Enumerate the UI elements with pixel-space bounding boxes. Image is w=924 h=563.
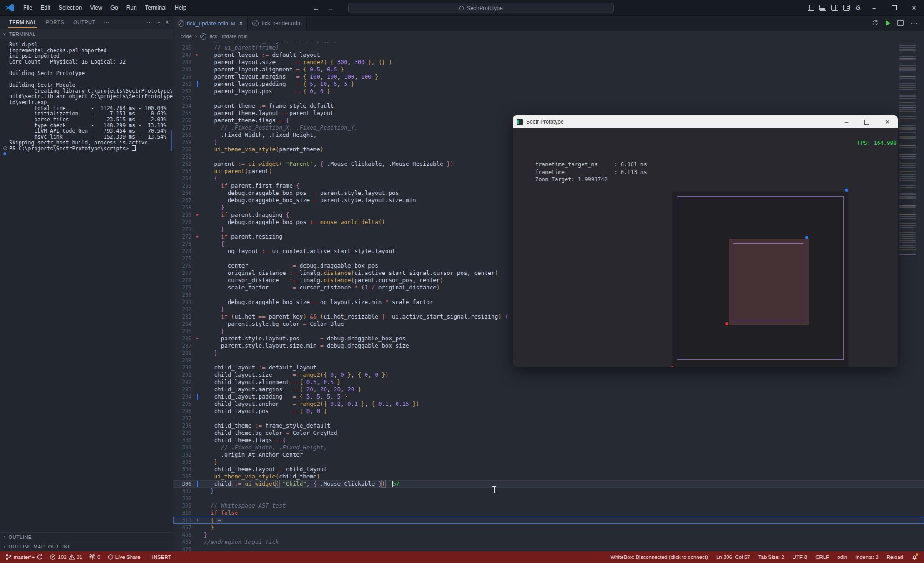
code-line-309[interactable]: 309 // Whitespace AST test bbox=[173, 502, 924, 509]
forward-icon[interactable]: → bbox=[327, 4, 334, 12]
panel-maximize-icon[interactable]: › bbox=[155, 21, 162, 23]
modified-gutter-marker bbox=[197, 394, 198, 400]
code-line-300[interactable]: 300 child_theme.flags = { bbox=[173, 437, 924, 444]
sectr-content[interactable]: FPS: 164.998 frametime_target_ms : 6.061… bbox=[513, 128, 898, 367]
code-line-299[interactable]: 299 child_theme.bg_color = Color_GreyRed bbox=[173, 429, 924, 437]
menu-help[interactable]: Help bbox=[171, 0, 191, 15]
code-line-469[interactable]: 469//endregion Imgui Tick bbox=[173, 538, 924, 546]
code-line-302[interactable]: 302 .Origin_At_Anchor_Center bbox=[173, 451, 924, 458]
toggle-sidebar-icon[interactable] bbox=[805, 0, 817, 15]
panel-close-icon[interactable]: ✕ bbox=[165, 20, 169, 25]
editor-more-icon[interactable]: ⋯ bbox=[910, 19, 918, 28]
panel-tabs-more-icon[interactable]: ⋯ bbox=[101, 19, 112, 26]
code-line-306[interactable]: 306 child := ui_widget( "Child", { .Mous… bbox=[173, 480, 924, 488]
sectr-minimize-button[interactable]: – bbox=[836, 115, 857, 128]
run-task-icon[interactable] bbox=[872, 20, 879, 27]
menu-view[interactable]: View bbox=[86, 0, 106, 15]
language-indicator[interactable]: odin bbox=[837, 554, 847, 560]
code-line-307[interactable]: 307 } bbox=[173, 488, 924, 495]
git-branch-item[interactable]: master*+ bbox=[5, 554, 43, 560]
code-line-301[interactable]: 301 // .Fixed_Width, .Fixed_Height, bbox=[173, 444, 924, 451]
sectr-close-button[interactable]: ✕ bbox=[877, 115, 898, 128]
live-share-item[interactable]: Live Share bbox=[107, 554, 141, 560]
menu-run[interactable]: Run bbox=[122, 0, 141, 15]
code-line-296[interactable]: 296 child_layout.pos = { 0, 0 } bbox=[173, 408, 924, 415]
code-line-293[interactable]: 293 child_layout.margins = { 20, 20, 20,… bbox=[173, 386, 924, 393]
menu-go[interactable]: Go bbox=[106, 0, 122, 15]
sectr-titlebar[interactable]: Sectr Prototype – ✕ bbox=[513, 115, 898, 128]
menu-selection[interactable]: Selection bbox=[55, 0, 86, 15]
customize-layout-icon[interactable] bbox=[840, 0, 852, 15]
tab-close-icon[interactable]: ✕ bbox=[239, 20, 243, 26]
code-line-254[interactable]: 254 parent_theme := frame_style_default bbox=[173, 102, 924, 110]
window-close-button[interactable]: ✕ bbox=[904, 0, 924, 15]
toggle-secondary-sidebar-icon[interactable] bbox=[829, 0, 840, 15]
code-line-294[interactable]: 294 child_layout.padding = { 5, 5, 5, 5 … bbox=[173, 393, 924, 400]
code-line-467[interactable]: 467 } bbox=[173, 524, 924, 531]
whitebox-status[interactable]: WhiteBox: Disconnected (click to connect… bbox=[610, 554, 708, 560]
ports-item[interactable]: 0 bbox=[89, 554, 100, 560]
code-line-251[interactable]: 251 parent_layout.padding = { 5, 10, 5, … bbox=[173, 80, 924, 88]
split-editor-icon[interactable] bbox=[897, 20, 904, 26]
notifications-bell[interactable] bbox=[911, 554, 918, 560]
code-line-468[interactable]: 468} bbox=[173, 531, 924, 538]
problems-item[interactable]: 102 31 bbox=[50, 554, 82, 560]
terminal-output[interactable]: Build.ps1incremental_checks.ps1 imported… bbox=[0, 39, 173, 157]
code-line-248[interactable]: 248 parent_layout.size = range2( { 300, … bbox=[173, 59, 924, 66]
menu-file[interactable]: File bbox=[19, 0, 36, 15]
terminal-section-header[interactable]: › TERMINAL bbox=[0, 29, 173, 39]
code-line-253[interactable]: 253 bbox=[173, 95, 924, 102]
code-line-291[interactable]: 291 child_layout.size = range2({ 0, 0 },… bbox=[173, 371, 924, 379]
eol-indicator[interactable]: CRLF bbox=[815, 554, 829, 560]
indents-indicator[interactable]: Indents: 3 bbox=[855, 554, 879, 560]
panel-tab-ports[interactable]: PORTS bbox=[42, 16, 68, 29]
code-line-247[interactable]: 247▶ parent_layout := default_layout bbox=[173, 51, 924, 59]
code-line-470[interactable]: 470 bbox=[173, 546, 924, 551]
code-line-304[interactable]: 304 child_theme.layout = child_layout bbox=[173, 466, 924, 473]
code-line-303[interactable]: 303 } bbox=[173, 458, 924, 466]
code-line-310[interactable]: 310 if false bbox=[173, 509, 924, 517]
command-center-search[interactable]: SectrPrototype bbox=[348, 3, 614, 13]
menu-edit[interactable]: Edit bbox=[36, 0, 55, 15]
menu-terminal[interactable]: Terminal bbox=[141, 0, 171, 15]
minimap[interactable] bbox=[899, 42, 916, 255]
code-line-298[interactable]: 298 child_theme := frame_style_default bbox=[173, 422, 924, 429]
tab-tick-update[interactable]: tick_update.odin M ✕ bbox=[173, 15, 248, 31]
code-line-305[interactable]: 305 ui_theme_via_style(child_theme) bbox=[173, 473, 924, 480]
chevron-down-icon: › bbox=[1, 33, 8, 35]
terminal-prompt[interactable]: PS C:\projects\SectrPrototype\scripts> bbox=[9, 145, 171, 151]
code-text: } bbox=[204, 488, 924, 495]
code-text: // ui_parent(frame) bbox=[204, 44, 924, 51]
sectr-prototype-window[interactable]: Sectr Prototype – ✕ FPS: 164.998 frameti… bbox=[513, 115, 898, 367]
section-outline[interactable]: ›OUTLINE bbox=[0, 532, 173, 542]
tab-size-indicator[interactable]: Tab Size: 2 bbox=[758, 554, 784, 560]
breadcrumb[interactable]: code › tick_update.odin bbox=[173, 31, 924, 42]
code-line-250[interactable]: 250 parent_layout.margins = { 100, 100, … bbox=[173, 73, 924, 80]
window-minimize-button[interactable]: – bbox=[864, 0, 884, 15]
breadcrumb-folder[interactable]: code bbox=[181, 34, 192, 39]
section-outline-map-outline[interactable]: ›OUTLINE MAP: OUTLINE bbox=[0, 542, 173, 551]
toggle-panel-icon[interactable] bbox=[817, 0, 829, 15]
gear-icon[interactable]: ⚙ bbox=[852, 0, 864, 15]
breadcrumb-file[interactable]: tick_update.odin bbox=[210, 34, 248, 39]
encoding-indicator[interactable]: UTF-8 bbox=[793, 554, 808, 560]
panel-more-icon[interactable]: ⋯ bbox=[146, 19, 152, 26]
code-line-297[interactable]: 297 bbox=[173, 415, 924, 422]
code-line-311[interactable]: 311› {⋯ bbox=[173, 517, 924, 524]
run-button[interactable] bbox=[886, 20, 890, 26]
code-line-249[interactable]: 249 parent_layout.alignment = { 0.5, 0.5… bbox=[173, 66, 924, 73]
code-line-308[interactable]: 308 bbox=[173, 495, 924, 502]
back-icon[interactable]: ← bbox=[313, 4, 320, 12]
sectr-maximize-button[interactable] bbox=[857, 115, 877, 128]
code-line-295[interactable]: 295 child_layout.anchor = range2({ 0.2, … bbox=[173, 400, 924, 408]
code-line-246[interactable]: 246 // ui_parent(frame) bbox=[173, 44, 924, 51]
window-maximize-button[interactable] bbox=[884, 0, 904, 15]
panel-tab-terminal[interactable]: TERMINAL bbox=[5, 16, 40, 29]
code-line-252[interactable]: 252 parent_layout.pos = { 0, 0 } bbox=[173, 88, 924, 95]
cursor-position[interactable]: Ln 306, Col 57 bbox=[716, 554, 750, 560]
panel-tab-output[interactable]: OUTPUT bbox=[70, 16, 99, 29]
tab-tick-render[interactable]: tick_render.odin bbox=[248, 15, 306, 31]
reload-button[interactable]: Reload bbox=[887, 554, 903, 560]
code-line-292[interactable]: 292 child_layout.alignment = { 0.5, 0.5 … bbox=[173, 379, 924, 386]
terminal-scrollbar[interactable] bbox=[171, 130, 172, 151]
